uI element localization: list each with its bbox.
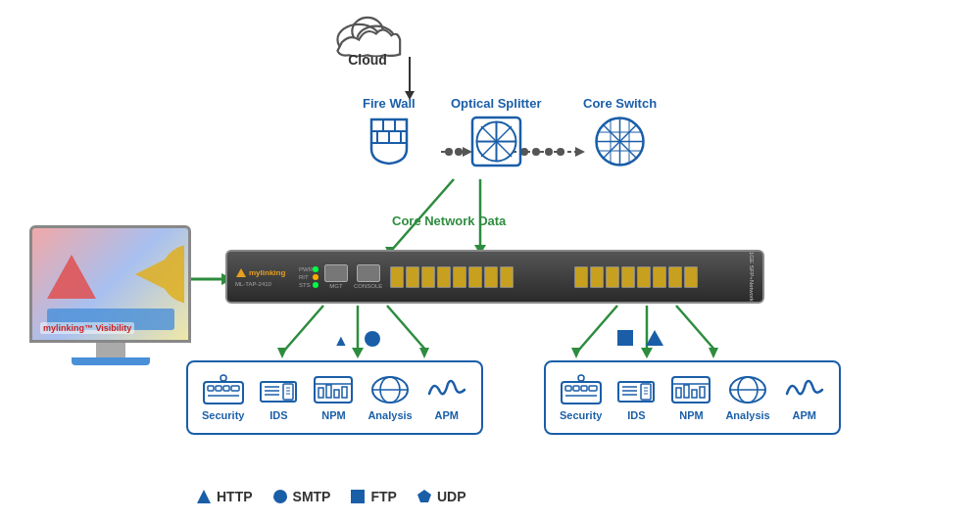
tap-brand: mylinking [249,268,285,277]
svg-point-9 [545,148,553,156]
svg-marker-25 [571,348,581,358]
sfp-port [468,266,482,288]
security-icon-right [561,374,602,405]
tool-label: APM [792,409,815,421]
console-port-group: CONSOLE [354,264,382,289]
sfp-port [590,266,604,288]
sfp-port [437,266,451,288]
npm-icon-right [670,374,711,405]
mgt-port [324,264,348,282]
svg-point-31 [365,331,380,347]
sfp-port [574,266,588,288]
tool-apm-right: APM [784,374,825,421]
sfp-port [637,266,651,288]
tool-analysis-left: Analysis [368,374,412,421]
cloud-icon [333,10,402,57]
cloud-section: Cloud [333,10,402,68]
svg-rect-84 [342,387,347,398]
legend: HTTP SMTP FTP UDP [196,489,466,504]
svg-rect-109 [700,387,705,398]
svg-marker-21 [352,348,364,358]
svg-point-94 [578,375,584,381]
tool-group-right: Security IDS [544,360,841,435]
svg-rect-83 [334,390,339,398]
apm-icon-right [784,374,825,405]
svg-rect-82 [326,385,331,398]
tool-ids-left: IDS [258,374,299,421]
tool-analysis-right: Analysis [725,374,769,421]
tap-right-label: 1GE SFP+Network [749,252,755,302]
security-icon-left [203,374,244,405]
svg-rect-75 [283,384,293,400]
legend-ftp: FTP [350,489,396,504]
tool-security-right: Security [560,374,602,421]
tool-npm-right: NPM [670,374,711,421]
cloud-label: Cloud [348,52,387,68]
svg-rect-64 [208,386,214,391]
sfp-port [421,266,435,288]
sfp-port [606,266,619,288]
svg-rect-100 [641,384,651,400]
tool-apm-left: APM [426,374,467,421]
sfp-group-2 [572,264,739,290]
tool-label: Security [560,409,602,421]
console-port [357,264,380,282]
tool-security-left: Security [202,374,244,421]
coreswitch-icon [593,115,647,168]
svg-line-22 [387,306,426,351]
firewall-device: Fire Wall [363,96,416,166]
svg-rect-65 [216,386,221,391]
sfp-port [390,266,404,288]
tool-group-box-right: Security IDS [544,360,841,435]
legend-smtp: SMTP [272,489,331,504]
legend-udp: UDP [416,489,466,504]
monitor-section: mylinking™ Visibility [20,225,201,365]
sfp-port [500,266,514,288]
http-triangle-icon [196,489,212,504]
main-diagram: ▲ Cloud Fire Wall Opti [0,0,980,522]
svg-marker-33 [646,330,663,346]
legend-http: HTTP [196,489,253,504]
tool-label: Analysis [725,409,769,421]
tool-label: NPM [321,409,345,421]
mgt-port-group: MGT [324,264,348,289]
svg-rect-115 [351,490,365,503]
svg-marker-23 [419,348,429,358]
legend-udp-label: UDP [437,489,466,504]
svg-marker-27 [641,348,653,358]
tool-label: Analysis [368,409,412,421]
svg-line-18 [284,306,323,351]
sfp-port [684,266,698,288]
coreswitch-device: Core Switch [583,96,657,168]
tap-device: mylinking ML-TAP-2410 PWR RIT STS MGT [225,250,764,304]
tap-leds: PWR RIT STS [299,266,318,288]
tool-label: IDS [270,409,287,421]
tool-label: NPM [679,409,703,421]
svg-rect-92 [589,386,597,391]
svg-rect-90 [573,386,579,391]
svg-rect-81 [318,388,323,398]
sfp-port [453,266,466,288]
analysis-icon-left [369,374,411,405]
apm-icon-left [426,374,467,405]
svg-rect-67 [231,386,239,391]
monitor-label-text: mylinking™ Visibility [43,323,131,333]
svg-marker-113 [197,490,211,503]
tool-npm-left: NPM [313,374,354,421]
svg-marker-29 [709,348,718,358]
svg-marker-60 [236,268,246,277]
rit-led [313,274,318,280]
svg-rect-32 [617,330,633,346]
ftp-square-icon [350,489,366,504]
splitter-icon [469,115,523,168]
tap-model: ML-TAP-2410 [235,281,289,287]
svg-line-24 [578,306,617,351]
svg-line-28 [676,306,715,351]
monitor-brand-label: mylinking™ Visibility [40,322,134,334]
sfp-port [621,266,635,288]
tool-label: Security [202,409,244,421]
svg-rect-71 [261,382,296,402]
core-network-label: Core Network Data [392,214,506,228]
analysis-icon-right [727,374,768,405]
monitor-screen: mylinking™ Visibility [29,225,191,343]
